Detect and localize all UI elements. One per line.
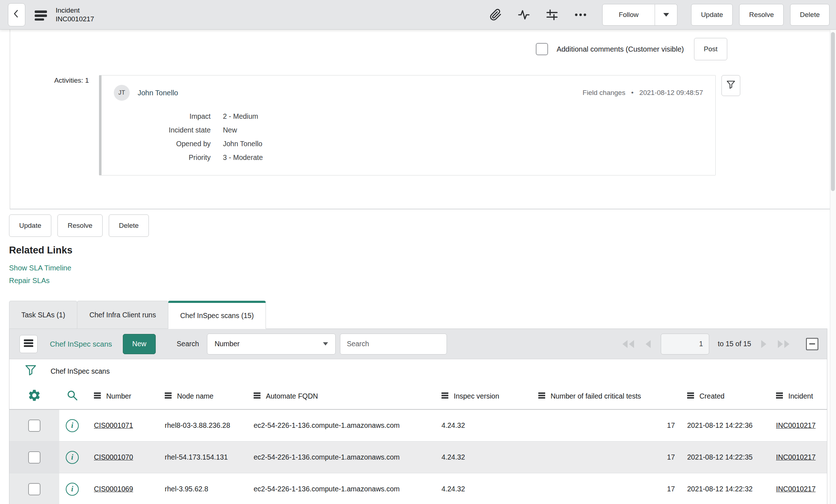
cell-node-name: rhel-54.173.154.131: [156, 442, 245, 473]
last-page-icon[interactable]: [776, 339, 791, 349]
table-row: CIS0001071 rhel8-03-3.88.236.28 ec2-54-2…: [9, 410, 827, 442]
activity-stream-icon[interactable]: [518, 9, 530, 21]
row-preview-cell: [59, 410, 85, 441]
table-row: CIS0001070 rhel-54.173.154.131 ec2-54-22…: [9, 442, 827, 473]
record-link[interactable]: CIS0001070: [94, 453, 133, 461]
info-icon[interactable]: [66, 419, 79, 432]
list-menu-button[interactable]: [20, 335, 38, 353]
activity-filter-button[interactable]: [721, 75, 740, 96]
field-changes-list: Impact 2 - Medium Incident state New Ope…: [114, 109, 703, 164]
column-menu-icon[interactable]: [776, 392, 783, 400]
row-preview-cell: [59, 442, 85, 473]
column-menu-icon[interactable]: [687, 392, 694, 400]
search-field-value: Number: [215, 340, 240, 348]
activity-author[interactable]: John Tonello: [138, 89, 178, 97]
more-options-icon[interactable]: [574, 12, 587, 18]
first-page-icon[interactable]: [621, 339, 635, 349]
record-link[interactable]: CIS0001069: [94, 485, 133, 493]
back-button[interactable]: [8, 3, 25, 26]
collapse-list-icon[interactable]: [806, 338, 818, 350]
tab-chef-infra-client-runs[interactable]: Chef Infra Client runs: [77, 301, 168, 329]
field-change-row: Impact 2 - Medium: [114, 109, 703, 123]
form-menu-icon[interactable]: [34, 9, 48, 21]
row-checkbox[interactable]: [28, 451, 40, 464]
column-header-automate-fqdn[interactable]: Automate FQDN: [245, 383, 433, 409]
show-sla-timeline-link[interactable]: Show SLA Timeline: [9, 264, 830, 272]
column-menu-icon[interactable]: [165, 392, 172, 400]
post-button[interactable]: Post: [694, 38, 727, 60]
incident-link[interactable]: INC0010217: [776, 421, 816, 430]
info-icon[interactable]: [66, 451, 79, 464]
form-header: Incident INC0010217 Follow Update R: [0, 0, 836, 30]
column-header-node-name[interactable]: Node name: [156, 383, 245, 409]
record-link[interactable]: CIS0001071: [94, 421, 133, 430]
funnel-icon: [726, 80, 736, 92]
field-label: Priority: [114, 151, 211, 164]
search-input[interactable]: [340, 334, 447, 355]
activity-meta: Field changes • 2021-08-12 09:48:57: [583, 89, 703, 97]
header-icon-group: [490, 9, 587, 21]
field-label: Opened by: [114, 137, 211, 151]
field-value: New: [223, 123, 237, 137]
column-header-number[interactable]: Number: [85, 383, 156, 409]
resolve-button-header[interactable]: Resolve: [739, 4, 784, 26]
follow-button[interactable]: Follow: [602, 4, 655, 26]
search-field-select[interactable]: Number: [207, 334, 336, 355]
incident-link[interactable]: INC0010217: [776, 453, 816, 461]
column-header-created[interactable]: Created: [678, 383, 771, 409]
activity-type-label: Field changes: [583, 89, 625, 97]
new-record-button[interactable]: New: [123, 334, 156, 354]
avatar: JT: [114, 85, 130, 101]
cell-failed-critical-tests: 17: [530, 410, 678, 441]
column-header-label: Node name: [177, 392, 214, 400]
row-range-label: to 15 of 15: [718, 340, 751, 348]
cell-incident: INC0010217: [771, 442, 827, 473]
incident-link[interactable]: INC0010217: [776, 485, 816, 493]
search-label: Search: [177, 340, 199, 348]
personalize-sliders-icon[interactable]: [546, 9, 558, 21]
tab-chef-inspec-scans[interactable]: Chef InSpec scans (15): [168, 301, 266, 329]
incident-page: Incident INC0010217 Follow Update R: [0, 0, 836, 504]
hamburger-icon: [23, 339, 34, 349]
next-page-icon[interactable]: [760, 339, 768, 349]
column-menu-icon[interactable]: [254, 392, 261, 400]
page-number-input[interactable]: [661, 334, 709, 355]
delete-button[interactable]: Delete: [109, 214, 149, 237]
search-icon[interactable]: [66, 390, 78, 403]
column-header-failed-critical-tests[interactable]: Number of failed critical tests: [530, 383, 678, 409]
customer-visible-checkbox[interactable]: [536, 43, 548, 55]
delete-button-header[interactable]: Delete: [790, 4, 829, 26]
list-funnel-icon[interactable]: [25, 364, 37, 378]
attachment-paperclip-icon[interactable]: [490, 9, 502, 21]
resolve-button[interactable]: Resolve: [57, 214, 103, 237]
row-checkbox[interactable]: [28, 420, 40, 432]
cell-incident: INC0010217: [771, 410, 827, 441]
update-button[interactable]: Update: [9, 214, 51, 237]
cell-incident: INC0010217: [771, 473, 827, 504]
gear-icon[interactable]: [27, 388, 41, 404]
list-filter-row: Chef InSpec scans: [9, 359, 827, 383]
column-header-incident[interactable]: Incident: [771, 383, 827, 409]
tab-task-slas[interactable]: Task SLAs (1): [9, 301, 77, 329]
previous-page-icon[interactable]: [644, 339, 652, 349]
column-header-inspec-version[interactable]: Inspec version: [433, 383, 530, 409]
field-change-row: Incident state New: [114, 123, 703, 137]
row-preview-cell: [59, 473, 85, 504]
scrollbar-thumb[interactable]: [831, 32, 835, 191]
follow-dropdown-button[interactable]: [655, 4, 677, 26]
vertical-scrollbar[interactable]: [830, 30, 836, 504]
cell-automate-fqdn: ec2-54-226-1-136.compute-1.amazonaws.com: [245, 410, 433, 441]
info-icon[interactable]: [66, 483, 79, 496]
repair-slas-link[interactable]: Repair SLAs: [9, 277, 830, 285]
list-title[interactable]: Chef InSpec scans: [50, 340, 112, 348]
cell-number: CIS0001071: [85, 410, 156, 441]
column-menu-icon[interactable]: [441, 392, 449, 400]
row-checkbox[interactable]: [28, 483, 40, 495]
update-button-header[interactable]: Update: [691, 4, 733, 26]
column-menu-icon[interactable]: [94, 392, 101, 400]
related-links-heading: Related Links: [9, 245, 830, 256]
cell-failed-critical-tests: 17: [530, 473, 678, 504]
column-menu-icon[interactable]: [538, 392, 546, 400]
header-cell-search: [59, 383, 85, 409]
filter-breadcrumb[interactable]: Chef InSpec scans: [51, 367, 110, 375]
